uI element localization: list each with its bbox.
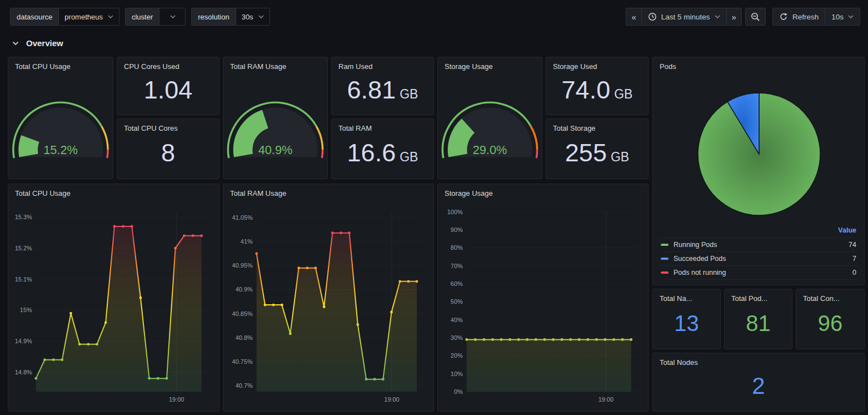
stat-value: 1.04 — [144, 77, 193, 102]
svg-text:19:00: 19:00 — [598, 396, 613, 403]
stat-value: 13 — [674, 312, 699, 334]
svg-text:60%: 60% — [451, 280, 463, 287]
panel-title: Total CPU Usage — [8, 57, 113, 71]
time-shift-forward-button[interactable]: » — [727, 8, 741, 25]
section-title: Overview — [26, 38, 63, 48]
ram-usage-gauge[interactable]: 40.9% — [223, 57, 327, 179]
panel-total-cpu-cores: Total CPU Cores 8 — [117, 118, 220, 179]
stat-value: 16.6GB — [347, 140, 418, 165]
svg-text:40.85%: 40.85% — [232, 310, 253, 317]
svg-text:40.95%: 40.95% — [232, 262, 253, 269]
panel-title: Storage Usage — [438, 57, 542, 71]
panel-title: Total RAM Usage — [223, 184, 433, 197]
time-controls: « Last 5 minutes » — [626, 8, 860, 26]
svg-text:10%: 10% — [451, 370, 463, 377]
panel-pods: Pods Value Running Pods 74 Succeeded Pod… — [652, 57, 865, 285]
panel-total-namespaces: Total Na... 13 — [652, 289, 721, 349]
refresh-interval-value: 10s — [831, 13, 844, 21]
panel-total-containers: Total Con... 96 — [796, 289, 865, 349]
variable-resolution: resolution 30s — [191, 8, 270, 26]
refresh-icon — [779, 12, 788, 21]
legend-item-pods-not-running[interactable]: Pods not running 0 — [660, 265, 857, 280]
refresh-group: Refresh 10s — [772, 8, 860, 26]
topbar: datasource prometheus cluster resolution… — [0, 8, 868, 26]
time-shift-back-button[interactable]: « — [626, 8, 641, 25]
panel-cpu-cores-used: CPU Cores Used 1.04 — [117, 57, 220, 115]
zoom-out-button[interactable] — [746, 8, 765, 25]
chevron-down-icon — [170, 15, 176, 18]
stat-value: 2 — [752, 374, 765, 398]
svg-text:14.9%: 14.9% — [15, 338, 32, 344]
panel-total-cpu-usage-chart: Total CPU Usage 15.3%15.2%15.1%15%14.9%1… — [8, 184, 220, 412]
stat-unit: GB — [400, 88, 418, 101]
time-range-picker[interactable]: Last 5 minutes — [642, 8, 727, 25]
variable-cluster: cluster — [125, 8, 186, 26]
panel-ram-used: Ram Used 6.81GB — [331, 57, 434, 115]
panel-title: Storage Used — [546, 57, 648, 71]
panel-total-ram-usage-chart: Total RAM Usage 41.05%41%40.95%40.9%40.8… — [223, 184, 434, 412]
series-color-dash — [661, 244, 669, 246]
stat-unit: GB — [400, 151, 418, 164]
pods-pie-chart[interactable] — [653, 57, 865, 224]
chevron-down-icon — [848, 15, 854, 18]
panel-storage-usage-chart: Storage Usage 100%90%80%70%60%50%40%30%2… — [437, 184, 648, 412]
svg-text:20%: 20% — [451, 352, 463, 359]
resolution-value: 30s — [242, 13, 253, 21]
stat-unit: GB — [611, 151, 629, 164]
panel-title: Total Na... — [653, 289, 720, 303]
svg-text:40%: 40% — [451, 317, 463, 323]
refresh-interval-select[interactable]: 10s — [825, 8, 860, 25]
ram-usage-time-series[interactable]: 41.05%41%40.95%40.9%40.85%40.8%40.75%40.… — [223, 184, 433, 411]
cpu-usage-gauge[interactable]: 15.2% — [8, 57, 113, 179]
svg-text:100%: 100% — [447, 209, 463, 215]
panel-total-storage: Total Storage 255GB — [546, 118, 648, 179]
datasource-value: prometheus — [64, 13, 103, 21]
section-overview-toggle[interactable]: Overview — [12, 38, 63, 48]
refresh-button[interactable]: Refresh — [773, 8, 825, 25]
svg-text:90%: 90% — [451, 226, 463, 233]
zoom-out-group — [745, 8, 766, 26]
panel-title: Total Pod... — [725, 289, 792, 303]
stat-value: 255GB — [565, 140, 629, 165]
panel-title: Pods — [653, 57, 864, 71]
svg-text:41%: 41% — [241, 238, 253, 245]
variable-label: datasource — [11, 8, 58, 25]
stat-value: 6.81GB — [347, 77, 418, 102]
svg-text:15%: 15% — [20, 307, 32, 313]
storage-usage-time-series[interactable]: 100%90%80%70%60%50%40%30%20%10%0%19:00 — [438, 184, 648, 411]
storage-usage-gauge[interactable]: 29.0% — [438, 57, 542, 179]
panel-total-ram: Total RAM 16.6GB — [331, 118, 434, 179]
svg-text:29.0%: 29.0% — [473, 143, 507, 157]
legend-item-succeeded-pods[interactable]: Succeeded Pods 7 — [660, 251, 857, 265]
variable-label: resolution — [192, 8, 235, 25]
panel-title: Ram Used — [332, 57, 433, 71]
panel-title: Total Con... — [796, 289, 864, 303]
svg-text:50%: 50% — [451, 298, 463, 305]
datasource-select[interactable]: prometheus — [58, 8, 119, 25]
resolution-select[interactable]: 30s — [236, 8, 270, 25]
chevron-down-icon — [12, 41, 19, 46]
svg-text:30%: 30% — [451, 334, 463, 341]
svg-text:15.2%: 15.2% — [15, 245, 32, 251]
svg-text:14.8%: 14.8% — [15, 369, 32, 376]
svg-text:40.7%: 40.7% — [236, 382, 253, 389]
stat-value: 96 — [818, 312, 843, 334]
svg-text:19:00: 19:00 — [384, 396, 399, 403]
chevron-down-icon — [258, 15, 264, 18]
time-range-group: « Last 5 minutes » — [626, 8, 741, 26]
svg-text:15.2%: 15.2% — [43, 143, 78, 157]
cluster-select[interactable] — [159, 8, 185, 25]
panel-title: Total Nodes — [653, 353, 864, 367]
variable-label: cluster — [126, 8, 159, 25]
double-chevron-right-icon: » — [732, 12, 736, 22]
stat-value: 8 — [161, 140, 175, 165]
magnifier-minus-icon — [751, 12, 760, 22]
panel-title: Total Storage — [546, 119, 648, 132]
cpu-usage-time-series[interactable]: 15.3%15.2%15.1%15%14.9%14.8%19:00 — [8, 184, 219, 411]
legend-item-running-pods[interactable]: Running Pods 74 — [660, 238, 857, 251]
panel-title: Total CPU Usage — [8, 184, 219, 197]
time-range-label: Last 5 minutes — [661, 13, 710, 21]
dashboard: datasource prometheus cluster resolution… — [0, 0, 868, 415]
panel-title: Total CPU Cores — [117, 119, 219, 132]
panel-total-nodes: Total Nodes 2 — [652, 353, 865, 412]
